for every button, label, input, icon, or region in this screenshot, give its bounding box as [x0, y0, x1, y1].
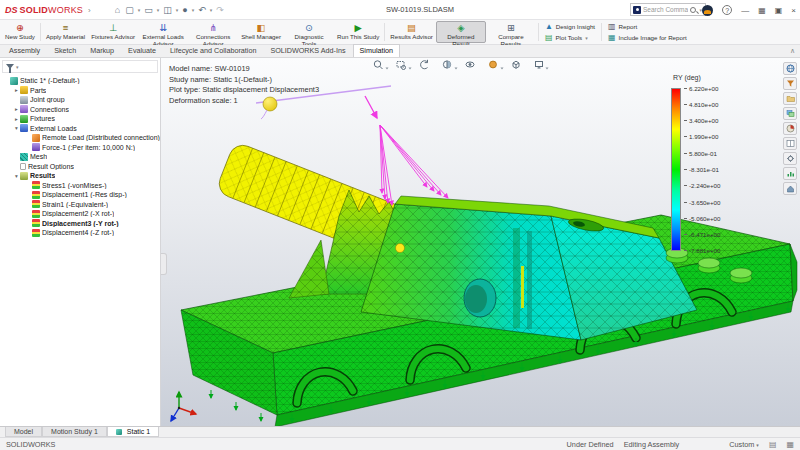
run-this-study-button[interactable]: ▶Run This Study [334, 21, 382, 43]
include-image-for-report-button[interactable]: ▦Include Image for Report [608, 34, 687, 42]
chevron-down-icon[interactable]: ▾ [16, 64, 19, 70]
tree-item-displacement3[interactable]: Displacement3 (-Y rot-) [0, 219, 160, 229]
close-button[interactable]: × [791, 6, 796, 15]
new-study-button[interactable]: ⊕New Study [2, 21, 38, 43]
tree-item-joint-group[interactable]: Joint group [0, 95, 160, 105]
search-commands-box[interactable]: Search Commands ▾ [630, 3, 706, 16]
expand-icon[interactable]: ▸ [13, 87, 20, 93]
task-pane-forum-icon[interactable] [783, 167, 797, 180]
task-pane-design-library-icon[interactable] [783, 77, 797, 90]
configuration-dropdown[interactable]: Custom▾ [729, 440, 759, 449]
expand-icon[interactable]: ▸ [13, 106, 20, 112]
tree-item-displacement4[interactable]: Displacement4 (-Z rot-) [0, 228, 160, 238]
tree-item-remote-load[interactable]: Remote Load (Distributed connection)-1 (… [0, 133, 160, 143]
restore-button[interactable]: ▣ [775, 6, 783, 15]
fixtures-advisor-button[interactable]: ⊥Fixtures Advisor [88, 21, 138, 43]
shell-manager-button[interactable]: ◧Shell Manager [238, 21, 284, 43]
chevron-down-icon[interactable]: ▾ [176, 7, 179, 13]
status-options-icon[interactable]: ▤ [769, 440, 777, 449]
task-pane-resources-icon[interactable] [783, 62, 797, 75]
tab-lifecycle-collaboration[interactable]: Lifecycle and Collaboration [163, 44, 263, 57]
layout-button[interactable]: ▦ [758, 6, 766, 15]
search-icon[interactable] [690, 7, 696, 13]
results-advisor-button[interactable]: ▤Results Advisor [387, 21, 436, 43]
tree-item-result-options[interactable]: Result Options [0, 162, 160, 172]
minimize-button[interactable]: — [741, 6, 749, 15]
heads-up-view-toolbar[interactable] [373, 59, 563, 72]
open-folder-icon[interactable]: ▭ [142, 3, 155, 17]
undo-icon[interactable]: ↶ [196, 3, 208, 17]
report-button[interactable]: ▥Report [608, 23, 687, 31]
tab-sketch[interactable]: Sketch [47, 44, 83, 57]
task-pane-view-palette-icon[interactable] [783, 107, 797, 120]
tree-item-connections[interactable]: ▸Connections [0, 105, 160, 115]
diagnostic-tools-button[interactable]: ⊙Diagnostic Tools [284, 21, 334, 43]
status-panel-icon[interactable]: ▦ [786, 440, 794, 449]
previous-view-icon[interactable] [421, 60, 428, 69]
chevron-down-icon[interactable]: ▾ [138, 7, 141, 13]
tree-item-results[interactable]: ▾Results [0, 171, 160, 181]
ribbon-collapse-icon[interactable]: ∧ [790, 47, 795, 55]
save-icon[interactable]: ◫ [161, 3, 174, 17]
chevron-down-icon[interactable]: ▾ [192, 7, 195, 13]
tab-evaluate[interactable]: Evaluate [121, 44, 163, 57]
tab-simulation[interactable]: Simulation [353, 44, 401, 57]
tree-item-strain1[interactable]: Strain1 (-Equivalent-) [0, 200, 160, 210]
tab-markup[interactable]: Markup [83, 44, 121, 57]
tab-motion-study-1[interactable]: Motion Study 1 [42, 427, 107, 437]
task-pane-scene-icon[interactable] [783, 137, 797, 150]
tree-filter-input[interactable]: ▾ [2, 60, 158, 73]
expand-icon[interactable]: ▸ [13, 116, 20, 122]
zoom-to-fit-icon[interactable] [374, 61, 382, 69]
tab-static-1[interactable]: Static 1 [107, 427, 159, 437]
external-loads-advisor-button[interactable]: ⇊External Loads Advisor [138, 21, 188, 43]
user-avatar[interactable] [702, 5, 713, 16]
tree-item-displacement1[interactable]: Displacement1 (-Res disp-) [0, 190, 160, 200]
tree-item-study[interactable]: Static 1* (-Default-) [0, 76, 160, 86]
tree-item-displacement2[interactable]: Displacement2 (-X rot-) [0, 209, 160, 219]
result-plot-icon [32, 229, 40, 237]
compare-results-button[interactable]: ⊞Compare Results [486, 21, 536, 43]
chevron-down-icon[interactable]: ▾ [210, 7, 213, 13]
task-pane-custom-properties-icon[interactable] [783, 152, 797, 165]
task-pane-appearances-icon[interactable] [783, 122, 797, 135]
collapse-icon[interactable]: ▾ [13, 125, 20, 131]
joint-group-icon [20, 96, 28, 104]
new-document-icon[interactable]: ▢ [123, 3, 136, 17]
apply-material-button[interactable]: ≡Apply Material [43, 21, 88, 43]
design-insight-button[interactable]: ▲Design Insight [545, 23, 595, 31]
connections-advisor-icon: ⋔ [209, 23, 217, 33]
task-pane-home-icon[interactable] [783, 182, 797, 195]
tree-item-mesh[interactable]: Mesh [0, 152, 160, 162]
chevron-down-icon[interactable]: ▾ [585, 35, 588, 41]
tree-item-external-loads[interactable]: ▾External Loads [0, 124, 160, 134]
home-icon[interactable]: ⌂ [113, 3, 122, 17]
connections-icon [20, 105, 28, 113]
task-pane-file-explorer-icon[interactable] [783, 92, 797, 105]
tab-assembly[interactable]: Assembly [2, 44, 47, 57]
connections-advisor-button[interactable]: ⋔Connections Advisor [188, 21, 238, 43]
edit-appearance-icon[interactable] [490, 61, 497, 68]
tab-solidworks-addins[interactable]: SOLIDWORKS Add-Ins [263, 44, 352, 57]
view-settings-icon[interactable] [536, 62, 543, 69]
tree-item-parts[interactable]: ▸Parts [0, 86, 160, 96]
apply-scene-icon[interactable] [513, 61, 519, 68]
deformed-result-button[interactable]: ◈Deformed Result [436, 21, 486, 43]
redo-icon[interactable]: ↷ [214, 3, 226, 17]
plot-tools-button[interactable]: ▤Plot Tools▾ [545, 34, 595, 42]
search-input[interactable]: Search Commands [643, 6, 688, 13]
tree-item-fixtures[interactable]: ▸Fixtures [0, 114, 160, 124]
collapse-icon[interactable]: ▾ [13, 173, 20, 179]
graphics-area[interactable]: Model name: SW-01019 Study name: Static … [161, 58, 800, 426]
tab-model[interactable]: Model [5, 427, 42, 437]
logo-expander-icon[interactable]: › [88, 6, 91, 15]
help-icon[interactable]: ? [722, 5, 732, 15]
tree-item-force[interactable]: Force-1 (:Per item: 10,000 N:) [0, 143, 160, 153]
panel-collapse-handle[interactable] [161, 253, 167, 275]
section-view-icon[interactable] [443, 61, 450, 68]
view-annotations-icon[interactable] [466, 62, 474, 67]
print-icon[interactable]: ● [180, 3, 189, 17]
chevron-down-icon[interactable]: ▾ [157, 7, 160, 13]
zoom-to-area-icon[interactable] [397, 62, 406, 70]
tree-item-stress1[interactable]: Stress1 (-vonMises-) [0, 181, 160, 191]
